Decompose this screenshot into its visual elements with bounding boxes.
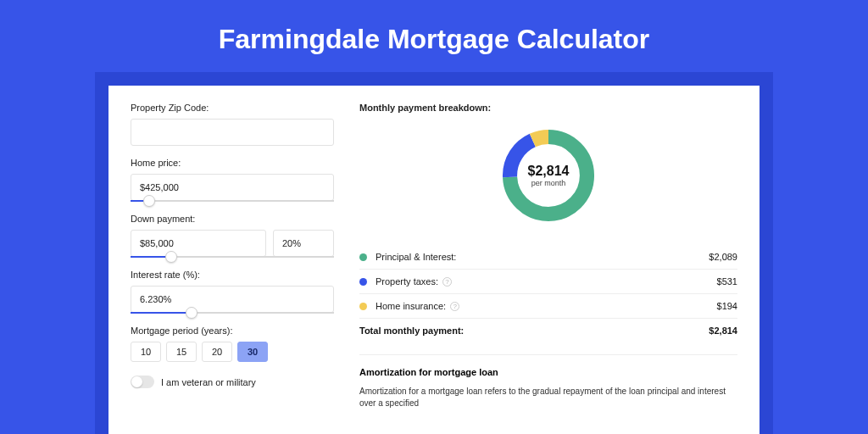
breakdown-label: Principal & Interest:: [376, 252, 456, 262]
slider-thumb[interactable]: [143, 195, 155, 207]
period-buttons: 10 15 20 30: [131, 342, 334, 362]
breakdown-value: $531: [717, 276, 737, 287]
down-payment-input[interactable]: [131, 230, 266, 257]
period-btn-15[interactable]: 15: [166, 342, 197, 362]
swatch-icon: [359, 278, 367, 286]
veteran-label: I am veteran or military: [161, 377, 256, 387]
total-value: $2,814: [709, 326, 737, 336]
home-price-input[interactable]: [131, 174, 334, 201]
breakdown-list: Principal & Interest: $2,089 Property ta…: [359, 245, 737, 342]
breakdown-total-row: Total monthly payment: $2,814: [359, 319, 737, 342]
info-icon[interactable]: ?: [442, 277, 452, 287]
breakdown-title: Monthly payment breakdown:: [359, 103, 737, 113]
period-label: Mortgage period (years):: [131, 326, 334, 336]
zip-label: Property Zip Code:: [131, 103, 334, 113]
down-payment-group: Down payment:: [131, 214, 334, 258]
interest-slider[interactable]: [131, 312, 334, 314]
breakdown-label: Home insurance:: [376, 301, 446, 311]
donut-chart-wrap: $2,814 per month: [359, 125, 737, 226]
period-group: Mortgage period (years): 10 15 20 30: [131, 326, 334, 362]
slider-thumb[interactable]: [165, 251, 177, 263]
amortization-text: Amortization for a mortgage loan refers …: [359, 386, 737, 409]
donut-sub: per month: [531, 179, 566, 187]
home-price-group: Home price:: [131, 158, 334, 202]
breakdown-value: $194: [717, 301, 737, 311]
form-column: Property Zip Code: Home price: Down paym…: [131, 103, 334, 434]
interest-input[interactable]: [131, 286, 334, 313]
amortization-block: Amortization for mortgage loan Amortizat…: [359, 354, 737, 409]
interest-group: Interest rate (%):: [131, 270, 334, 314]
slider-thumb[interactable]: [186, 307, 198, 319]
page-title: Farmingdale Mortgage Calculator: [0, 0, 868, 72]
info-icon[interactable]: ?: [450, 302, 459, 311]
breakdown-row: Principal & Interest: $2,089: [359, 245, 737, 270]
breakdown-value: $2,089: [709, 252, 737, 262]
down-payment-slider[interactable]: [131, 256, 334, 258]
home-price-label: Home price:: [131, 158, 334, 168]
donut-chart: $2,814 per month: [498, 125, 599, 226]
calculator-panel: Property Zip Code: Home price: Down paym…: [108, 86, 760, 434]
breakdown-label: Property taxes:: [376, 276, 438, 287]
period-btn-20[interactable]: 20: [202, 342, 232, 362]
donut-amount: $2,814: [528, 164, 570, 179]
toggle-knob: [131, 376, 142, 387]
period-btn-30[interactable]: 30: [237, 342, 268, 362]
interest-label: Interest rate (%):: [131, 270, 334, 280]
inner-panel: Property Zip Code: Home price: Down paym…: [95, 72, 773, 434]
amortization-title: Amortization for mortgage loan: [359, 367, 737, 377]
breakdown-column: Monthly payment breakdown: $2,814 per mo…: [359, 103, 737, 434]
breakdown-row: Home insurance: ? $194: [359, 294, 737, 319]
home-price-slider[interactable]: [131, 200, 334, 202]
swatch-icon: [359, 253, 367, 261]
zip-field-group: Property Zip Code:: [131, 103, 334, 146]
down-payment-pct-input[interactable]: [273, 230, 334, 257]
veteran-toggle-row: I am veteran or military: [131, 376, 334, 388]
down-payment-label: Down payment:: [131, 214, 334, 224]
swatch-icon: [359, 303, 367, 310]
period-btn-10[interactable]: 10: [131, 342, 161, 362]
zip-input[interactable]: [131, 119, 334, 146]
breakdown-row: Property taxes: ? $531: [359, 270, 737, 294]
total-label: Total monthly payment:: [359, 326, 464, 336]
veteran-toggle[interactable]: [131, 376, 154, 388]
